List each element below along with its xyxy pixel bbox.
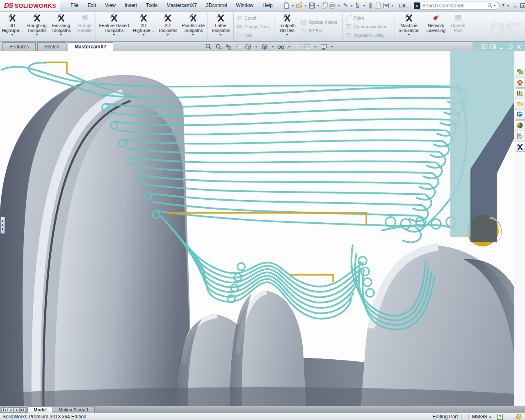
hide-show-items-icon[interactable] — [277, 43, 285, 50]
view-orientation-icon[interactable] — [244, 43, 252, 50]
ribbon-item-update-folder[interactable]: Update Folder — [301, 18, 340, 26]
dropdown-caret[interactable] — [219, 34, 222, 36]
ribbon-button-point-circle-toolpaths[interactable]: Point/Circle Toolpaths — [180, 11, 207, 41]
select-dropdown-caret[interactable] — [363, 5, 365, 7]
view-settings-icon[interactable] — [320, 43, 327, 50]
view-settings-caret[interactable] — [331, 46, 333, 48]
search-input[interactable] — [420, 3, 487, 9]
design-library-tab[interactable] — [515, 88, 525, 98]
make-drawing-icon[interactable] — [321, 2, 328, 9]
ribbon-button-lathe-toolpaths[interactable]: Lathe Toolpaths — [209, 11, 233, 41]
ribbon-button-toolpath-utilities[interactable]: Toolpath Utilities — [275, 11, 299, 41]
section-view-icon[interactable] — [235, 43, 242, 50]
edit-appearance-icon[interactable] — [294, 43, 301, 50]
ribbon-item-cutoff[interactable]: Cutoff — [236, 14, 272, 22]
dropdown-caret[interactable] — [192, 34, 194, 36]
view-palette-tab[interactable] — [515, 110, 525, 120]
last-tab-button[interactable] — [20, 407, 26, 413]
help-dropdown-caret[interactable] — [507, 5, 509, 7]
options-dropdown-caret[interactable] — [391, 5, 394, 7]
menu-insert[interactable]: Insert — [120, 0, 142, 11]
dropdown-caret[interactable] — [408, 34, 410, 36]
tag-icon[interactable] — [515, 414, 522, 420]
tab-features[interactable]: Features — [2, 42, 36, 51]
ribbon-button-3d-highspeed-toolpaths[interactable]: 3D HighSpe... — [0, 11, 25, 41]
menu-view[interactable]: View — [100, 0, 120, 11]
menu-mastercamx7[interactable]: MastercamX7 — [162, 0, 201, 11]
menu-tools[interactable]: Tools — [142, 0, 162, 11]
truncated-toolbar-label[interactable]: Lat... — [399, 3, 410, 9]
next-tab-button[interactable] — [14, 407, 20, 413]
menu-file[interactable]: File — [66, 0, 83, 11]
ribbon-button-2d-toolpaths[interactable]: 2D Toolpaths — [156, 11, 180, 41]
ribbon-button-update-post[interactable]: Update Post — [448, 11, 468, 41]
display-style-caret[interactable] — [272, 46, 274, 48]
dropdown-caret[interactable] — [167, 34, 169, 36]
zoom-to-fit-icon[interactable] — [205, 43, 212, 50]
quick-tips-icon[interactable]: ? — [497, 414, 503, 420]
tab-model[interactable]: Model — [27, 406, 53, 413]
custom-properties-tab[interactable] — [515, 131, 525, 141]
graphics-viewport[interactable] — [0, 51, 514, 406]
menu-edit[interactable]: Edit — [83, 0, 100, 11]
mastercam-tab[interactable] — [515, 142, 525, 152]
collapse-left-icon[interactable] — [482, 44, 487, 49]
ribbon-item-point[interactable]: Point — [345, 14, 392, 22]
open-icon[interactable] — [296, 2, 303, 9]
select-icon[interactable] — [354, 2, 361, 9]
ribbon-button-feature-based-toolpaths[interactable]: Feature-Based Toolpaths — [97, 11, 131, 41]
dropdown-caret[interactable] — [113, 34, 115, 36]
prev-tab-button[interactable] — [8, 407, 14, 413]
dropdown-caret[interactable] — [36, 34, 38, 36]
undo-icon[interactable] — [342, 2, 349, 9]
first-tab-button[interactable] — [2, 407, 7, 413]
print-icon[interactable] — [329, 2, 336, 9]
dropdown-caret[interactable] — [142, 34, 145, 36]
dropdown-caret[interactable] — [286, 34, 288, 36]
collapse-right-icon[interactable] — [490, 44, 496, 49]
apply-scene-caret[interactable] — [314, 46, 317, 48]
ribbon-item-plunge-turn[interactable]: Plunge Turn — [236, 23, 272, 30]
zoom-to-area-icon[interactable] — [215, 43, 222, 50]
ribbon-button-machine-simulation[interactable]: Machine Simulation — [396, 11, 422, 41]
menu-3dcontrol[interactable]: 3Dcontrol — [201, 0, 231, 11]
search-commands-box[interactable]: ▸ — [413, 2, 500, 10]
save-icon[interactable] — [308, 2, 315, 9]
help-button[interactable]: ? — [500, 2, 506, 9]
tab-sketch[interactable]: Sketch — [37, 42, 66, 51]
new-icon[interactable] — [283, 2, 290, 9]
tab-motion-study[interactable]: Motion Study 1 — [52, 406, 95, 413]
ribbon-item-mpbin[interactable]: MPBin — [301, 27, 340, 34]
new-dropdown-caret[interactable] — [292, 5, 294, 7]
undo-dropdown-caret[interactable] — [350, 5, 353, 7]
feature-tree-collapse-handle[interactable] — [0, 217, 5, 234]
ribbon-item-drill[interactable]: Drill — [236, 32, 272, 39]
units-selector[interactable]: MMGS — [472, 414, 491, 420]
ribbon-button-2d-highspeed-toolpaths[interactable]: 2D HighSpe... — [131, 11, 156, 41]
forum-tab[interactable] — [515, 67, 525, 77]
solidworks-resources-tab[interactable] — [515, 78, 525, 88]
file-explorer-tab[interactable] — [515, 99, 525, 109]
hide-show-items-caret[interactable] — [288, 46, 290, 48]
print-dropdown-caret[interactable] — [338, 5, 340, 7]
ribbon-button-roughing-toolpaths[interactable]: Roughing Toolpaths — [25, 11, 49, 41]
search-icon[interactable] — [487, 3, 493, 8]
ribbon-button-finishing-toolpaths[interactable]: Finishing Toolpaths — [49, 11, 73, 41]
maximize-button[interactable] — [520, 2, 525, 9]
ribbon-button-network-licensing[interactable]: Network Licensing — [424, 11, 448, 41]
doc-restore-icon[interactable] — [507, 44, 513, 49]
options-icon[interactable] — [383, 2, 390, 9]
ribbon-button-rough-parallel[interactable]: Rough Parallel — [75, 11, 95, 41]
file-properties-icon[interactable] — [375, 2, 382, 9]
doc-minimize-icon[interactable] — [499, 44, 504, 49]
appearances-scenes-tab[interactable] — [515, 120, 525, 130]
dropdown-caret[interactable] — [60, 34, 62, 36]
search-dropdown-caret[interactable] — [493, 5, 496, 7]
tab-mastercamx7[interactable]: MastercamX7 — [68, 42, 113, 51]
view-orientation-caret[interactable] — [255, 46, 258, 48]
apply-scene-icon[interactable] — [304, 43, 311, 50]
menu-help[interactable]: Help — [258, 0, 277, 11]
minimize-button[interactable] — [513, 2, 518, 9]
open-dropdown-caret[interactable] — [304, 5, 307, 7]
display-style-icon[interactable] — [261, 43, 268, 50]
